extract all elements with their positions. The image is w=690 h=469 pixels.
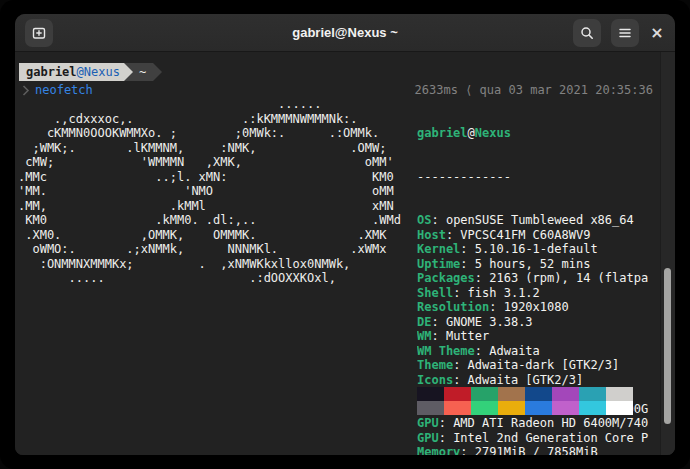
menu-button[interactable]	[611, 19, 639, 47]
neofetch-info-row: Host: VPCSC41FM C60A8WV9	[417, 228, 663, 243]
neofetch-info-rows: OS: openSUSE Tumbleweed x86_64Host: VPCS…	[417, 213, 663, 455]
new-tab-icon	[31, 25, 47, 41]
info-label: GPU	[417, 431, 439, 445]
palette-swatch	[579, 387, 606, 401]
palette-swatch	[552, 401, 579, 415]
prompt-right-status: 2633ms ⟨ qua 03 mar 2021 20:35:36	[415, 83, 653, 98]
palette-swatch	[525, 401, 552, 415]
info-value: : fish 3.1.2	[453, 286, 540, 300]
neofetch-info-row: DE: GNOME 3.38.3	[417, 315, 663, 330]
prompt-cwd: ~	[139, 65, 146, 80]
info-value: : GNOME 3.38.3	[431, 315, 532, 329]
info-label: GPU	[417, 416, 439, 430]
neofetch-info-row: Kernel: 5.10.16-1-default	[417, 242, 663, 257]
info-label: Host	[417, 228, 446, 242]
palette-swatch	[417, 387, 444, 401]
info-label: DE	[417, 315, 431, 329]
shell-prompt: gabriel@Nexus ~	[19, 63, 162, 81]
info-value: : AMD ATI Radeon HD 6400M/740	[439, 416, 649, 430]
search-icon	[579, 25, 595, 41]
info-label: Shell	[417, 286, 453, 300]
palette-swatch	[444, 401, 471, 415]
neofetch-title-user: gabriel	[417, 126, 468, 140]
close-icon: ×	[650, 23, 663, 42]
info-value: : Intel 2nd Generation Core P	[439, 431, 649, 445]
neofetch-title-host: Nexus	[475, 126, 511, 140]
info-value: : VPCSC41FM C60A8WV9	[446, 228, 591, 242]
info-label: Resolution	[417, 300, 489, 314]
neofetch-info-row: Resolution: 1920x1080	[417, 300, 663, 315]
info-label: OS	[417, 213, 431, 227]
palette-row	[417, 387, 633, 401]
palette-row	[417, 401, 633, 415]
neofetch-info-row: WM Theme: Adwaita	[417, 344, 663, 359]
neofetch-info-row: GPU: AMD ATI Radeon HD 6400M/740	[417, 416, 663, 431]
palette-swatch	[606, 387, 633, 401]
prompt-username: gabriel	[26, 65, 77, 80]
powerline-arrow-icon	[153, 63, 162, 81]
info-value: : openSUSE Tumbleweed x86_64	[431, 213, 633, 227]
info-value: : Adwaita	[475, 344, 540, 358]
terminal-window: gabriel@Nexus ~	[15, 14, 675, 455]
info-value: : 2163 (rpm), 14 (flatpa	[475, 271, 648, 285]
info-label: WM	[417, 329, 431, 343]
neofetch-info-row: Memory: 2791MiB / 7858MiB	[417, 445, 663, 455]
scrollbar-thumb[interactable]	[664, 268, 671, 424]
close-button[interactable]: ×	[647, 23, 667, 43]
info-value: : Adwaita-dark [GTK2/3]	[453, 358, 619, 372]
palette-swatch	[579, 401, 606, 415]
palette-swatch	[525, 387, 552, 401]
neofetch-info-row: Icons: Adwaita [GTK2/3]	[417, 373, 663, 388]
palette-swatch	[471, 387, 498, 401]
info-label: Memory	[417, 445, 460, 455]
headerbar[interactable]: gabriel@Nexus ~	[15, 14, 675, 52]
neofetch-title: gabriel@Nexus	[417, 126, 663, 141]
info-value: : 1920x1080	[489, 300, 568, 314]
neofetch-info-row: WM: Mutter	[417, 329, 663, 344]
search-button[interactable]	[573, 19, 601, 47]
color-palette	[417, 387, 633, 415]
prompt-cwd-segment: ~	[133, 63, 153, 81]
info-label: Theme	[417, 358, 453, 372]
info-value: : 5 hours, 52 mins	[460, 257, 590, 271]
neofetch-info-row: OS: openSUSE Tumbleweed x86_64	[417, 213, 663, 228]
palette-swatch	[606, 401, 633, 415]
scrollbar-track[interactable]	[660, 52, 675, 455]
new-tab-button[interactable]	[25, 19, 53, 47]
info-label: WM Theme	[417, 344, 475, 358]
terminal-screen[interactable]: gabriel@Nexus ~ neofetch 2633ms ⟨ qua 03…	[15, 52, 675, 455]
typed-command: neofetch	[35, 83, 93, 98]
info-label: Icons	[417, 373, 453, 387]
neofetch-underline: -------------	[417, 170, 663, 185]
neofetch-info-row: Shell: fish 3.1.2	[417, 286, 663, 301]
palette-swatch	[417, 401, 444, 415]
info-value: : 2791MiB / 7858MiB	[460, 445, 597, 455]
neofetch-title-at: @	[468, 126, 475, 140]
neofetch-info-row: Uptime: 5 hours, 52 mins	[417, 257, 663, 272]
hamburger-menu-icon	[618, 27, 632, 39]
neofetch-info-row: GPU: Intel 2nd Generation Core P	[417, 431, 663, 446]
neofetch-info-row: Packages: 2163 (rpm), 14 (flatpa	[417, 271, 663, 286]
ascii-art-logo: ...... .,cdxxxoc,. .:kKMMMNWMMMNk:. cKMM…	[18, 97, 401, 286]
info-label: Packages	[417, 271, 475, 285]
palette-swatch	[444, 387, 471, 401]
palette-swatch	[498, 387, 525, 401]
info-label: Kernel	[417, 242, 460, 256]
info-value: : 5.10.16-1-default	[460, 242, 597, 256]
info-value: : Adwaita [GTK2/3]	[453, 373, 583, 387]
info-label: Uptime	[417, 257, 460, 271]
info-value: : Mutter	[431, 329, 489, 343]
palette-swatch	[552, 387, 579, 401]
palette-swatch	[498, 401, 525, 415]
prompt-user-host-segment: gabriel@Nexus	[19, 63, 124, 81]
prompt-hostname: @Nexus	[77, 65, 120, 80]
neofetch-info-row: Theme: Adwaita-dark [GTK2/3]	[417, 358, 663, 373]
palette-swatch	[471, 401, 498, 415]
powerline-arrow-icon	[124, 63, 133, 81]
